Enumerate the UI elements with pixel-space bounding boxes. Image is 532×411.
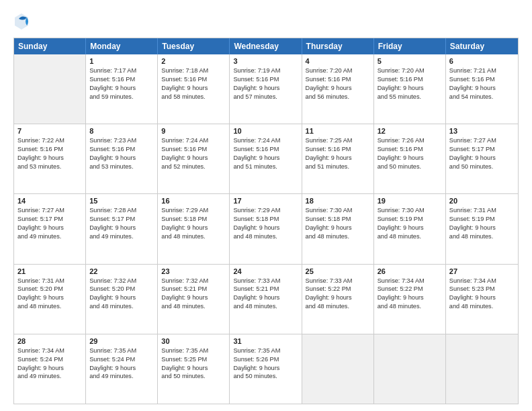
cell-info-line: and 56 minutes.	[306, 93, 370, 101]
day-number: 2	[161, 57, 226, 65]
cal-cell-12: 12Sunrise: 7:26 AMSunset: 5:16 PMDayligh…	[374, 124, 446, 193]
day-number: 13	[449, 127, 515, 135]
cal-cell-31: 31Sunrise: 7:35 AMSunset: 5:26 PMDayligh…	[230, 334, 302, 404]
day-number: 7	[17, 127, 82, 135]
calendar-row-4: 21Sunrise: 7:31 AMSunset: 5:20 PMDayligh…	[14, 265, 518, 334]
cal-cell-8: 8Sunrise: 7:23 AMSunset: 5:16 PMDaylight…	[86, 124, 158, 193]
cal-cell-17: 17Sunrise: 7:29 AMSunset: 5:18 PMDayligh…	[230, 194, 302, 263]
cell-info-line: Sunset: 5:26 PM	[233, 355, 298, 364]
cell-info-line: and 54 minutes.	[449, 93, 515, 101]
cell-info-line: Sunrise: 7:20 AM	[378, 66, 442, 75]
cell-info-line: and 50 minutes.	[449, 163, 515, 171]
cell-info-line: Sunrise: 7:30 AM	[378, 206, 442, 215]
cell-info-line: Sunrise: 7:22 AM	[17, 136, 82, 145]
day-number: 19	[378, 197, 442, 205]
cell-info-line: Daylight: 9 hours	[161, 224, 226, 232]
cell-info-line: Sunrise: 7:27 AM	[449, 136, 515, 145]
cal-cell-5: 5Sunrise: 7:20 AMSunset: 5:16 PMDaylight…	[374, 54, 446, 124]
cell-info-line: Daylight: 9 hours	[306, 154, 370, 163]
cell-info-line: Sunrise: 7:31 AM	[17, 277, 82, 285]
cell-info-line: Sunrise: 7:20 AM	[306, 66, 370, 75]
cell-info-line: Sunset: 5:16 PM	[233, 75, 298, 84]
cell-info-line: Sunrise: 7:29 AM	[161, 206, 226, 215]
cal-cell-24: 24Sunrise: 7:33 AMSunset: 5:21 PMDayligh…	[230, 265, 302, 334]
cal-cell-3: 3Sunrise: 7:19 AMSunset: 5:16 PMDaylight…	[230, 54, 302, 124]
cell-info-line: Sunrise: 7:34 AM	[449, 277, 515, 285]
cell-info-line: Sunrise: 7:33 AM	[233, 277, 298, 285]
cell-info-line: Sunset: 5:25 PM	[161, 355, 226, 364]
cell-info-line: Sunrise: 7:17 AM	[89, 66, 154, 75]
cal-cell-15: 15Sunrise: 7:28 AMSunset: 5:17 PMDayligh…	[86, 194, 158, 263]
cell-info-line: Sunset: 5:19 PM	[378, 215, 442, 224]
day-number: 26	[378, 267, 442, 275]
cell-info-line: and 58 minutes.	[161, 93, 226, 101]
cell-info-line: Daylight: 9 hours	[89, 154, 154, 163]
day-number: 30	[161, 337, 226, 345]
day-number: 11	[306, 127, 370, 135]
cell-info-line: and 53 minutes.	[89, 163, 154, 171]
day-number: 31	[233, 337, 298, 345]
cell-info-line: Sunrise: 7:28 AM	[89, 206, 154, 215]
cell-info-line: Daylight: 9 hours	[17, 293, 82, 302]
cell-info-line: Daylight: 9 hours	[449, 224, 515, 232]
cal-cell-7: 7Sunrise: 7:22 AMSunset: 5:16 PMDaylight…	[14, 124, 86, 193]
logo	[13, 12, 32, 31]
cell-info-line: Sunset: 5:16 PM	[306, 145, 370, 154]
cell-info-line: Daylight: 9 hours	[233, 364, 298, 373]
calendar-body: 1Sunrise: 7:17 AMSunset: 5:16 PMDaylight…	[14, 54, 518, 404]
header-day-thursday: Thursday	[302, 38, 374, 54]
cell-info-line: Daylight: 9 hours	[378, 293, 442, 302]
cal-cell-22: 22Sunrise: 7:32 AMSunset: 5:20 PMDayligh…	[86, 265, 158, 334]
cell-info-line: Sunset: 5:17 PM	[89, 215, 154, 224]
cell-info-line: Sunrise: 7:25 AM	[306, 136, 370, 145]
logo-icon	[13, 12, 30, 31]
calendar-header: SundayMondayTuesdayWednesdayThursdayFrid…	[14, 38, 518, 54]
cell-info-line: Sunrise: 7:19 AM	[233, 66, 298, 75]
day-number: 18	[306, 197, 370, 205]
cal-cell-1: 1Sunrise: 7:17 AMSunset: 5:16 PMDaylight…	[86, 54, 158, 124]
cell-info-line: Daylight: 9 hours	[89, 293, 154, 302]
cell-info-line: Daylight: 9 hours	[306, 84, 370, 93]
cal-cell-21: 21Sunrise: 7:31 AMSunset: 5:20 PMDayligh…	[14, 265, 86, 334]
calendar: SundayMondayTuesdayWednesdayThursdayFrid…	[13, 38, 519, 404]
day-number: 28	[17, 337, 82, 345]
calendar-row-2: 7Sunrise: 7:22 AMSunset: 5:16 PMDaylight…	[14, 124, 518, 194]
cell-info-line: Daylight: 9 hours	[161, 84, 226, 93]
cell-info-line: Sunrise: 7:24 AM	[233, 136, 298, 145]
cal-cell-empty-4-4	[302, 334, 374, 404]
cell-info-line: and 48 minutes.	[233, 232, 298, 241]
header-day-saturday: Saturday	[446, 38, 518, 54]
day-number: 6	[449, 57, 515, 65]
cell-info-line: Sunrise: 7:26 AM	[378, 136, 442, 145]
cal-cell-empty-4-6	[446, 334, 518, 404]
day-number: 22	[89, 267, 154, 275]
cell-info-line: and 48 minutes.	[378, 302, 442, 311]
cell-info-line: and 50 minutes.	[161, 372, 226, 381]
cell-info-line: Sunset: 5:16 PM	[161, 75, 226, 84]
cell-info-line: and 49 minutes.	[17, 232, 82, 241]
calendar-row-5: 28Sunrise: 7:34 AMSunset: 5:24 PMDayligh…	[14, 334, 518, 404]
cal-cell-27: 27Sunrise: 7:34 AMSunset: 5:23 PMDayligh…	[446, 265, 518, 334]
header-day-sunday: Sunday	[14, 38, 86, 54]
cell-info-line: Sunset: 5:20 PM	[17, 285, 82, 293]
cell-info-line: Sunset: 5:21 PM	[161, 285, 226, 293]
cell-info-line: Sunset: 5:20 PM	[89, 285, 154, 293]
cal-cell-13: 13Sunrise: 7:27 AMSunset: 5:17 PMDayligh…	[446, 124, 518, 193]
cell-info-line: Sunset: 5:18 PM	[161, 215, 226, 224]
day-number: 5	[378, 57, 442, 65]
cell-info-line: Sunrise: 7:33 AM	[306, 277, 370, 285]
cell-info-line: Daylight: 9 hours	[306, 293, 370, 302]
cell-info-line: Daylight: 9 hours	[89, 84, 154, 93]
cell-info-line: and 48 minutes.	[233, 302, 298, 311]
cal-cell-empty-0-0	[14, 54, 86, 124]
cell-info-line: Sunrise: 7:30 AM	[306, 206, 370, 215]
cell-info-line: Sunset: 5:16 PM	[378, 75, 442, 84]
cell-info-line: Sunset: 5:22 PM	[378, 285, 442, 293]
header-day-wednesday: Wednesday	[230, 38, 302, 54]
day-number: 15	[89, 197, 154, 205]
day-number: 21	[17, 267, 82, 275]
day-number: 3	[233, 57, 298, 65]
cell-info-line: Sunrise: 7:32 AM	[89, 277, 154, 285]
cal-cell-11: 11Sunrise: 7:25 AMSunset: 5:16 PMDayligh…	[302, 124, 374, 193]
cell-info-line: Sunrise: 7:18 AM	[161, 66, 226, 75]
